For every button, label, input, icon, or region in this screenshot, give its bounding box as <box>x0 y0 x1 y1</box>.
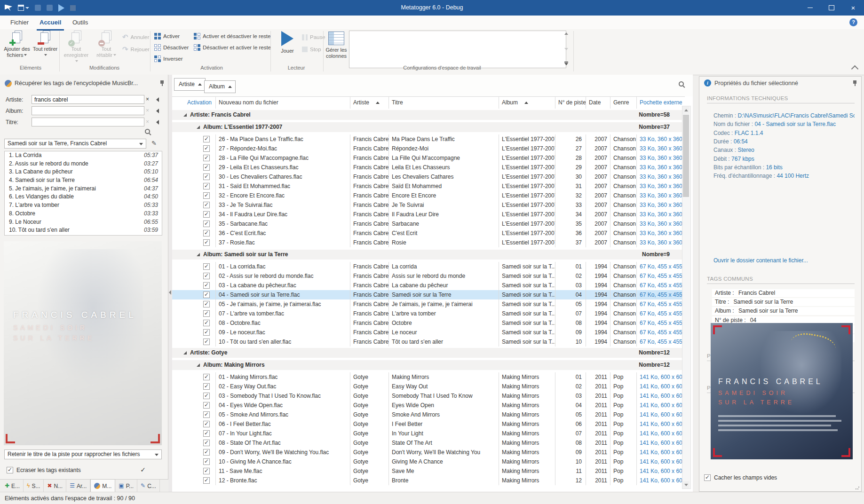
cell-cover-link[interactable]: 33 Ko, 360 x 360 <box>636 238 682 247</box>
cell-cover-link[interactable]: 33 Ko, 360 x 360 <box>636 172 682 181</box>
group-row-album[interactable]: Album: Samedi soir sur la Terre Nombre=9 <box>172 250 682 260</box>
add-files-button[interactable]: Ajouter des fichiers <box>3 30 31 64</box>
cell-cover-link[interactable]: 141 Ko, 600 x 600 <box>636 382 682 391</box>
undo-button[interactable]: ↶Annuler <box>122 32 149 42</box>
activation-checkbox[interactable] <box>203 230 210 236</box>
track-row[interactable]: 07 - L'arbre va tomber.flac Francis Cabr… <box>172 309 682 318</box>
track-row[interactable]: 28 - La Fille Qui M'accompagne.flac Fran… <box>172 153 682 163</box>
tag-field[interactable]: Artiste : Francis Cabrel <box>712 289 855 297</box>
activation-checkbox[interactable] <box>203 449 210 456</box>
track-row[interactable]: 31 - Saïd Et Mohammed.flac Francis Cabre… <box>172 181 682 191</box>
remove-all-button[interactable]: Tout retirer <box>31 30 59 64</box>
track-row[interactable]: 27 - Répondez-Moi.flac Francis Cabrel Ré… <box>172 144 682 153</box>
cell-cover-link[interactable]: 67 Ko, 455 x 455 <box>636 318 682 328</box>
track-row[interactable]: 11 - Save Me.flac Gotye Save Me Making M… <box>172 466 682 476</box>
invert-button[interactable]: Inverser <box>154 54 183 64</box>
group-row-artist[interactable]: Artiste: Francis Cabrel Nombre=58 <box>172 110 682 120</box>
cell-cover-link[interactable]: 33 Ko, 360 x 360 <box>636 228 682 238</box>
search-icon[interactable] <box>144 128 151 135</box>
activation-checkbox[interactable] <box>203 173 210 180</box>
track-list-item[interactable]: 10. Tôt ou tard s'en aller 03:59 <box>5 226 162 235</box>
track-row[interactable]: 33 - Je Te Suivrai.flac Francis Cabrel J… <box>172 200 682 210</box>
activation-checkbox[interactable] <box>203 339 210 345</box>
activation-checkbox[interactable] <box>203 477 210 484</box>
column-header-cover[interactable]: Pochette externe <box>636 97 682 109</box>
tab-accueil[interactable]: Accueil <box>37 16 64 31</box>
activation-checkbox[interactable] <box>203 468 210 474</box>
track-row[interactable]: 01 - Making Mirrors.flac Gotye Making Mi… <box>172 372 682 382</box>
cell-cover-link[interactable]: 141 Ko, 600 x 600 <box>636 476 682 485</box>
track-row[interactable]: 04 - Eyes Wide Open.flac Gotye Eyes Wide… <box>172 401 682 410</box>
activation-checkbox[interactable] <box>203 421 210 427</box>
track-row[interactable]: 30 - Les Chevaliers Cathares.flac Franci… <box>172 172 682 181</box>
scroll-end-icon[interactable] <box>564 63 568 65</box>
pause-button[interactable]: Pause <box>302 32 325 42</box>
cell-cover-link[interactable]: 33 Ko, 360 x 360 <box>636 191 682 200</box>
activation-checkbox[interactable] <box>203 402 210 409</box>
group-chip-artist[interactable]: Artiste <box>174 78 206 91</box>
cell-cover-link[interactable]: 67 Ko, 455 x 455 <box>636 299 682 309</box>
track-row[interactable]: 09 - Don't Worry, We'll Be Watching You.… <box>172 448 682 457</box>
activation-checkbox[interactable] <box>203 291 210 298</box>
column-header-track[interactable]: N° de piste <box>555 97 586 109</box>
track-row[interactable]: 12 - Bronte.flac Gotye Bronte Making Mir… <box>172 476 682 485</box>
activation-checkbox[interactable] <box>203 320 210 326</box>
track-row[interactable]: 06 - I Feel Better.flac Gotye I Feel Bet… <box>172 419 682 429</box>
track-row[interactable]: 01 - La corrida.flac Francis Cabrel La c… <box>172 262 682 271</box>
activation-checkbox[interactable] <box>203 310 210 317</box>
track-list-item[interactable]: 4. Samedi soir sur la Terre 06:54 <box>5 176 162 185</box>
activate-button[interactable]: Activer <box>154 31 180 41</box>
tool-tab[interactable]: N... <box>44 480 66 492</box>
track-row[interactable]: 07 - In Your Light.flac Gotye In Your Li… <box>172 429 682 438</box>
clear-album-icon[interactable]: × <box>146 107 149 114</box>
activation-checkbox[interactable] <box>203 458 210 465</box>
cell-cover-link[interactable]: 141 Ko, 600 x 600 <box>636 372 682 382</box>
track-list-item[interactable]: 2. Assis sur le rebord du monde 03:27 <box>5 160 162 168</box>
manage-columns-button[interactable]: Gérer les colonnes <box>325 30 348 64</box>
track-row[interactable]: 02 - Easy Way Out.flac Gotye Easy Way Ou… <box>172 382 682 391</box>
help-button[interactable] <box>849 18 857 26</box>
tab-outils[interactable]: Outils <box>70 16 91 29</box>
insert-left-icon[interactable] <box>156 109 159 113</box>
tab-fichier[interactable]: Fichier <box>8 16 32 29</box>
save-all-button[interactable]: Tout enregistrer <box>62 30 90 64</box>
cell-cover-link[interactable]: 67 Ko, 455 x 455 <box>636 262 682 271</box>
artist-input[interactable] <box>32 95 144 104</box>
deactivate-button[interactable]: Désactiver <box>154 42 189 53</box>
activation-checkbox[interactable] <box>203 192 210 199</box>
activation-checkbox[interactable] <box>203 440 210 446</box>
track-row[interactable]: 02 - Assis sur le rebord du monde.flac F… <box>172 271 682 281</box>
track-row[interactable]: 35 - Sarbacane.flac Francis Cabrel Sarba… <box>172 219 682 228</box>
collapse-group-icon[interactable] <box>197 253 200 256</box>
activation-checkbox[interactable] <box>203 164 210 171</box>
track-row[interactable]: 03 - Somebody That I Used To Know.flac G… <box>172 391 682 401</box>
activation-checkbox[interactable] <box>203 383 210 390</box>
cell-cover-link[interactable]: 141 Ko, 600 x 600 <box>636 448 682 457</box>
activation-checkbox[interactable] <box>203 239 210 246</box>
collapse-panel-icon[interactable] <box>169 290 171 295</box>
track-row[interactable]: 37 - Rosie.flac Francis Cabrel Rosie L'E… <box>172 238 682 247</box>
cell-cover-link[interactable]: 67 Ko, 455 x 455 <box>636 309 682 318</box>
tool-tab[interactable]: Ar... <box>66 480 90 492</box>
grid-scrollbar[interactable] <box>682 106 691 489</box>
cell-cover-link[interactable]: 141 Ko, 600 x 600 <box>636 391 682 401</box>
activation-checkbox[interactable] <box>203 202 210 208</box>
activation-checkbox[interactable] <box>203 183 210 189</box>
clear-artist-icon[interactable]: × <box>146 96 149 102</box>
group-row-artist[interactable]: Artiste: Gotye Nomb​re=12 <box>172 348 682 358</box>
activation-checkbox[interactable] <box>203 301 210 307</box>
insert-left-icon[interactable] <box>156 97 159 102</box>
activation-checkbox[interactable] <box>203 282 210 289</box>
activation-checkbox[interactable] <box>203 263 210 270</box>
collapse-group-icon[interactable] <box>197 363 200 367</box>
column-header-activation[interactable]: Activation <box>172 97 215 109</box>
track-list-item[interactable]: 9. Le Noceur 06:55 <box>5 218 162 227</box>
open-folder-link[interactable]: Ouvrir le dossier contenant le fichier..… <box>713 257 808 264</box>
cell-cover-link[interactable]: 33 Ko, 360 x 360 <box>636 163 682 172</box>
clear-title-icon[interactable]: × <box>146 118 149 125</box>
activation-checkbox[interactable] <box>203 430 210 437</box>
column-header-title[interactable]: Titre <box>388 97 499 109</box>
deactivate-rest-button[interactable]: Désactiver et activer le reste <box>194 42 271 53</box>
activation-checkbox[interactable] <box>203 374 210 380</box>
track-row[interactable]: 05 - Smoke And Mirrors.flac Gotye Smoke … <box>172 410 682 419</box>
